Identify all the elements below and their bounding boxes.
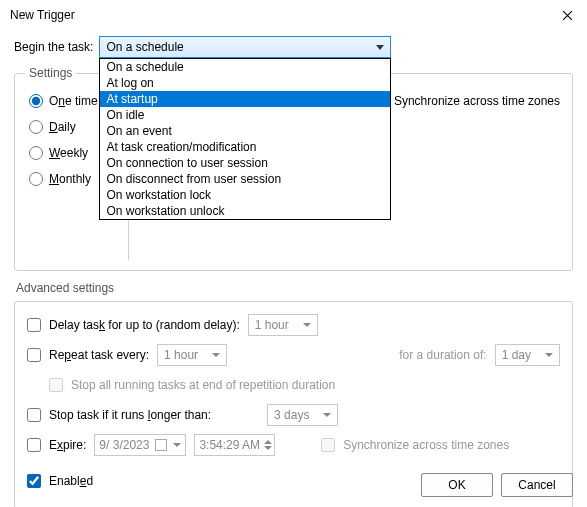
title-bar: New Trigger bbox=[0, 0, 587, 30]
repeat-checkbox[interactable] bbox=[27, 348, 41, 362]
ok-button[interactable]: OK bbox=[421, 473, 493, 497]
stop-longer-checkbox[interactable] bbox=[27, 408, 41, 422]
spinner-down-icon bbox=[264, 446, 272, 450]
settings-legend: Settings bbox=[25, 66, 76, 80]
delay-select[interactable]: 1 hour bbox=[248, 314, 318, 336]
delay-checkbox[interactable] bbox=[27, 318, 41, 332]
repeat-interval-select[interactable]: 1 hour bbox=[157, 344, 227, 366]
option-at-creation[interactable]: At task creation/modification bbox=[100, 139, 390, 155]
expire-sync-label: Synchronize across time zones bbox=[343, 438, 509, 452]
expire-date-picker[interactable]: 9/ 3/2023 bbox=[94, 434, 186, 456]
radio-monthly[interactable]: Monthly bbox=[29, 172, 98, 186]
begin-task-combo[interactable]: On a schedule On a schedule At log on At… bbox=[99, 36, 391, 58]
option-at-startup[interactable]: At startup bbox=[100, 91, 390, 107]
option-on-lock[interactable]: On workstation lock bbox=[100, 187, 390, 203]
expire-time-picker[interactable]: 3:54:29 AM bbox=[194, 434, 275, 456]
chevron-down-icon bbox=[173, 443, 181, 447]
spinner-up-icon bbox=[264, 440, 272, 444]
chevron-down-icon bbox=[545, 353, 553, 357]
begin-task-label: Begin the task: bbox=[14, 40, 93, 54]
window-title: New Trigger bbox=[10, 8, 75, 22]
sync-tz-label: Synchronize across time zones bbox=[394, 94, 560, 108]
enabled-label: Enabled bbox=[49, 474, 93, 488]
radio-daily[interactable]: Daily bbox=[29, 120, 98, 134]
chevron-down-icon bbox=[212, 353, 220, 357]
option-on-connect[interactable]: On connection to user session bbox=[100, 155, 390, 171]
chevron-down-icon bbox=[323, 413, 331, 417]
close-button[interactable] bbox=[547, 0, 587, 30]
repeat-label: Repeat task every: bbox=[49, 348, 149, 362]
chevron-down-icon bbox=[303, 323, 311, 327]
repeat-duration-label: for a duration of: bbox=[399, 348, 486, 362]
advanced-settings-label: Advanced settings bbox=[16, 281, 573, 295]
enabled-checkbox[interactable] bbox=[27, 474, 41, 488]
radio-weekly[interactable]: Weekly bbox=[29, 146, 98, 160]
close-icon bbox=[562, 10, 573, 21]
option-on-disconnect[interactable]: On disconnect from user session bbox=[100, 171, 390, 187]
begin-task-selected: On a schedule bbox=[106, 40, 183, 54]
chevron-down-icon bbox=[376, 45, 384, 50]
delay-label: Delay task for up to (random delay): bbox=[49, 318, 240, 332]
expire-sync-checkbox bbox=[321, 438, 335, 452]
stop-longer-select[interactable]: 3 days bbox=[267, 404, 338, 426]
radio-one-time[interactable]: One time bbox=[29, 94, 98, 108]
expire-checkbox[interactable] bbox=[27, 438, 41, 452]
stop-longer-label: Stop task if it runs longer than: bbox=[49, 408, 211, 422]
option-on-event[interactable]: On an event bbox=[100, 123, 390, 139]
option-on-unlock[interactable]: On workstation unlock bbox=[100, 203, 390, 219]
cancel-button[interactable]: Cancel bbox=[501, 473, 573, 497]
expire-label: Expire: bbox=[49, 438, 86, 452]
option-at-log-on[interactable]: At log on bbox=[100, 75, 390, 91]
calendar-icon bbox=[155, 439, 167, 451]
stop-end-checkbox bbox=[49, 378, 63, 392]
repeat-duration-select[interactable]: 1 day bbox=[495, 344, 560, 366]
option-on-schedule[interactable]: On a schedule bbox=[100, 59, 390, 75]
stop-end-label: Stop all running tasks at end of repetit… bbox=[71, 378, 335, 392]
option-on-idle[interactable]: On idle bbox=[100, 107, 390, 123]
begin-task-dropdown[interactable]: On a schedule At log on At startup On id… bbox=[99, 58, 391, 220]
